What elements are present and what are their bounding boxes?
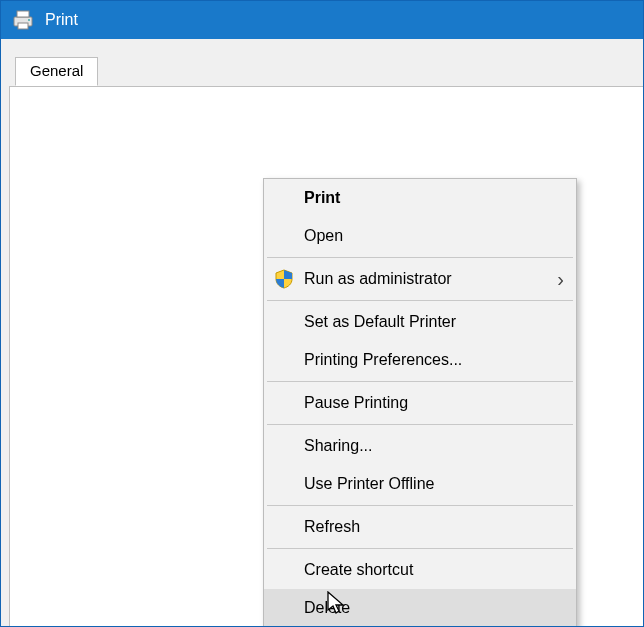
menu-item-label: Run as administrator: [304, 270, 452, 288]
tab-bar: General: [15, 57, 98, 86]
menu-separator: [267, 505, 573, 506]
tab-general[interactable]: General: [15, 57, 98, 86]
menu-separator: [267, 300, 573, 301]
menu-item-pause[interactable]: Pause Printing: [264, 384, 576, 422]
menu-item-set-default[interactable]: Set as Default Printer: [264, 303, 576, 341]
menu-item-shortcut[interactable]: Create shortcut: [264, 551, 576, 589]
svg-rect-1: [17, 11, 29, 17]
menu-item-open[interactable]: Open: [264, 217, 576, 255]
printer-context-menu: Print Open Run as administrator › Set as…: [263, 178, 577, 627]
menu-item-offline[interactable]: Use Printer Offline: [264, 465, 576, 503]
menu-item-refresh[interactable]: Refresh: [264, 508, 576, 546]
title-bar[interactable]: Print: [1, 1, 643, 39]
menu-separator: [267, 381, 573, 382]
menu-item-delete[interactable]: Delete: [264, 589, 576, 627]
menu-separator: [267, 257, 573, 258]
print-dialog-window: Print General Select Printer Microsoft P…: [0, 0, 644, 627]
menu-separator: [267, 424, 573, 425]
shield-icon: [274, 269, 294, 289]
menu-separator: [267, 548, 573, 549]
svg-rect-2: [18, 23, 28, 29]
menu-item-printing-prefs[interactable]: Printing Preferences...: [264, 341, 576, 379]
window-title: Print: [45, 11, 78, 29]
menu-item-run-as-admin[interactable]: Run as administrator ›: [264, 260, 576, 298]
printer-icon: [11, 9, 35, 31]
menu-item-print[interactable]: Print: [264, 179, 576, 217]
submenu-arrow-icon: ›: [557, 268, 564, 291]
svg-point-3: [28, 19, 30, 21]
menu-item-sharing[interactable]: Sharing...: [264, 427, 576, 465]
